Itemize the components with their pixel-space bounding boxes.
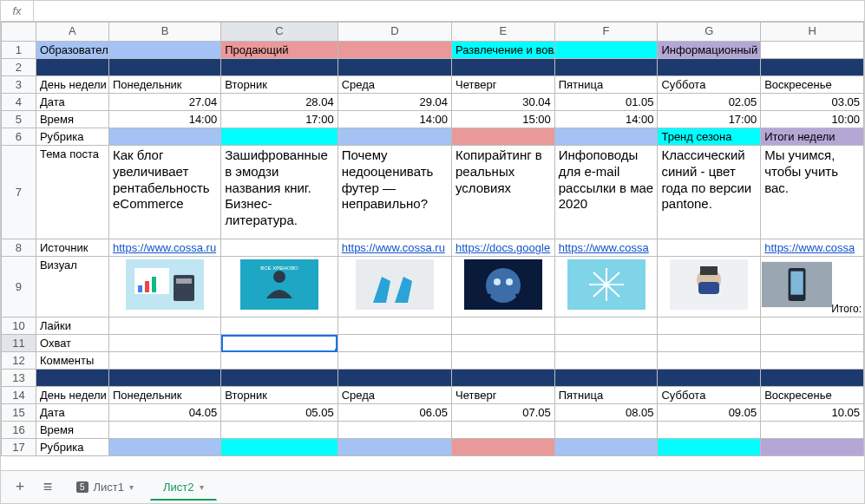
- cell-D7[interactable]: Почему недооценивать футер — неправильно…: [337, 146, 451, 239]
- rowhead-6[interactable]: 6: [2, 128, 36, 146]
- cell-G15[interactable]: 09.05: [658, 404, 761, 422]
- cell-G6[interactable]: Тренд сезона: [658, 128, 761, 146]
- rowhead-14[interactable]: 14: [2, 387, 36, 404]
- cell-B9[interactable]: [108, 257, 220, 317]
- rowhead-8[interactable]: 8: [2, 239, 36, 257]
- rowhead-1[interactable]: 1: [2, 42, 36, 59]
- cell-E14[interactable]: Четверг: [452, 387, 555, 404]
- cell-H6[interactable]: Итоги недели: [761, 128, 864, 146]
- rowhead-15[interactable]: 15: [2, 404, 36, 422]
- cell-H8[interactable]: https://www.cossa: [761, 239, 864, 257]
- cell-D6[interactable]: [337, 128, 451, 146]
- cell-A7[interactable]: Тема поста: [36, 146, 108, 239]
- chevron-down-icon[interactable]: ▾: [200, 482, 204, 492]
- cell-F9[interactable]: [554, 257, 658, 317]
- cell-B5[interactable]: 14:00: [108, 111, 220, 128]
- sheet-tab-2[interactable]: Лист2 ▾: [150, 475, 216, 501]
- cell-H7[interactable]: Мы учимся, чтобы учить вас.: [761, 146, 864, 239]
- cell-A17[interactable]: Рубрика: [36, 439, 108, 456]
- cell-A11[interactable]: Охват: [36, 335, 108, 352]
- rowhead-2[interactable]: 2: [2, 59, 36, 76]
- col-G[interactable]: G: [658, 23, 761, 42]
- cell-C4[interactable]: 28.04: [221, 94, 337, 111]
- rowhead-17[interactable]: 17: [2, 439, 36, 456]
- all-sheets-button[interactable]: ≡: [36, 475, 60, 500]
- rowhead-16[interactable]: 16: [2, 422, 36, 439]
- cell-B4[interactable]: 27.04: [108, 94, 220, 111]
- rowhead-13[interactable]: 13: [2, 370, 36, 387]
- cell-F3[interactable]: Пятница: [554, 76, 658, 94]
- cell-E15[interactable]: 07.05: [452, 404, 555, 422]
- cell-C6[interactable]: [221, 128, 337, 146]
- selection-handle-icon[interactable]: [335, 349, 338, 352]
- rowhead-11[interactable]: 11: [2, 335, 36, 352]
- cell-H14[interactable]: Воскресенье: [761, 387, 864, 404]
- rowhead-12[interactable]: 12: [2, 352, 36, 370]
- cell-C5[interactable]: 17:00: [221, 111, 337, 128]
- cell-F5[interactable]: 14:00: [554, 111, 658, 128]
- cell-G8[interactable]: [658, 239, 761, 257]
- cell-A9[interactable]: Визуал: [36, 257, 108, 317]
- cell-H15[interactable]: 10.05: [761, 404, 864, 422]
- cell-A10[interactable]: Лайки: [36, 317, 108, 335]
- cell-E6[interactable]: [452, 128, 555, 146]
- col-H[interactable]: H: [761, 23, 864, 42]
- cell-A3[interactable]: День недели: [36, 76, 108, 94]
- cell-D8[interactable]: https://www.cossa.ru: [337, 239, 451, 257]
- rowhead-5[interactable]: 5: [2, 111, 36, 128]
- cell-B14[interactable]: Понедельник: [108, 387, 220, 404]
- cell-A4[interactable]: Дата: [36, 94, 108, 111]
- rowhead-9[interactable]: 9: [2, 257, 36, 317]
- cell-D15[interactable]: 06.05: [337, 404, 451, 422]
- chevron-down-icon[interactable]: ▾: [129, 482, 134, 492]
- sheet-tab-1[interactable]: 5 Лист1 ▾: [63, 475, 147, 500]
- cell-B1[interactable]: [108, 42, 220, 59]
- cell-D4[interactable]: 29.04: [337, 94, 451, 111]
- cell-B7[interactable]: Как блог увеличивает рентабельность eCom…: [108, 146, 220, 239]
- cell-G14[interactable]: Суббота: [658, 387, 761, 404]
- col-D[interactable]: D: [337, 23, 451, 42]
- cell-D5[interactable]: 14:00: [337, 111, 451, 128]
- cell-F7[interactable]: Инфоповоды для e-mail рассылки в мае 202…: [554, 146, 658, 239]
- cell-D9[interactable]: [337, 257, 451, 317]
- cell-C3[interactable]: Вторник: [221, 76, 337, 94]
- rowhead-7[interactable]: 7: [2, 146, 36, 239]
- grid-area[interactable]: A B C D E F G H 1 Образовательный пост П…: [1, 22, 864, 470]
- cell-H4[interactable]: 03.05: [761, 94, 864, 111]
- cell-E5[interactable]: 15:00: [452, 111, 555, 128]
- cell-C1[interactable]: Продающий: [221, 42, 337, 59]
- cell-H1[interactable]: [761, 42, 864, 59]
- cell-D1[interactable]: [337, 42, 451, 59]
- cell-G9[interactable]: [658, 257, 761, 317]
- cell-A12[interactable]: Комменты: [36, 352, 108, 370]
- cell-F6[interactable]: [554, 128, 658, 146]
- cell-F14[interactable]: Пятница: [554, 387, 658, 404]
- cell-E1[interactable]: Развлечение и вовлечение: [452, 42, 555, 59]
- col-A[interactable]: A: [36, 23, 108, 42]
- cell-C8[interactable]: [221, 239, 337, 257]
- cell-G7[interactable]: Классический синий - цвет года по версии…: [658, 146, 761, 239]
- rowhead-3[interactable]: 3: [2, 76, 36, 94]
- cell-C15[interactable]: 05.05: [221, 404, 337, 422]
- cell-A5[interactable]: Время: [36, 111, 108, 128]
- cell-A6[interactable]: Рубрика: [36, 128, 108, 146]
- cell-A2[interactable]: [36, 59, 108, 76]
- cell-C14[interactable]: Вторник: [221, 387, 337, 404]
- cell-A14[interactable]: День недели: [36, 387, 108, 404]
- cell-G3[interactable]: Суббота: [658, 76, 761, 94]
- cell-E8[interactable]: https://docs.google: [452, 239, 555, 257]
- cell-C11-selected[interactable]: [221, 335, 337, 352]
- cell-G1[interactable]: Информационный: [658, 42, 761, 59]
- add-sheet-button[interactable]: +: [8, 475, 32, 500]
- cell-F8[interactable]: https://www.cossa: [554, 239, 658, 257]
- cell-C7[interactable]: Зашифрованные в эмодзи названия книг. Би…: [221, 146, 337, 239]
- col-F[interactable]: F: [554, 23, 658, 42]
- rowhead-10[interactable]: 10: [2, 317, 36, 335]
- cell-D3[interactable]: Среда: [337, 76, 451, 94]
- col-E[interactable]: E: [452, 23, 555, 42]
- cell-F1[interactable]: [554, 42, 658, 59]
- cell-E3[interactable]: Четверг: [452, 76, 555, 94]
- cell-A1[interactable]: Образовательный пост: [36, 42, 108, 59]
- cell-H3[interactable]: Воскресенье: [761, 76, 864, 94]
- rowhead-4[interactable]: 4: [2, 94, 36, 111]
